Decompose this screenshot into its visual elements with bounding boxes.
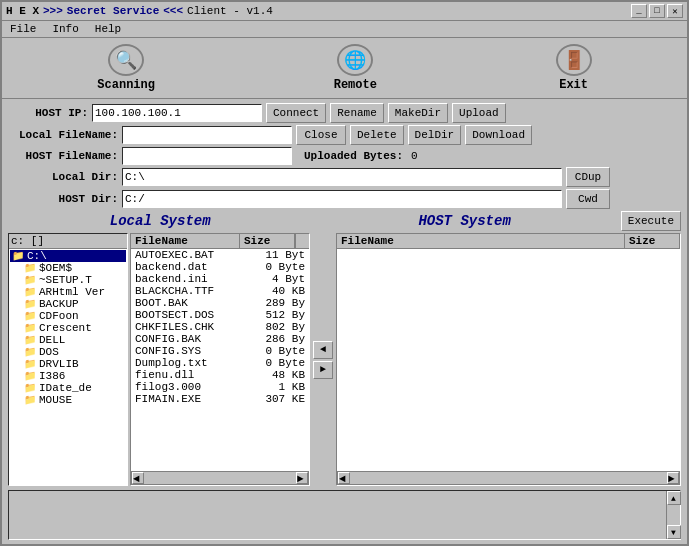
- log-scrollbar: ▲ ▼: [666, 491, 680, 539]
- close-button[interactable]: ✕: [667, 4, 683, 18]
- log-scroll-up[interactable]: ▲: [667, 491, 681, 505]
- tree-item[interactable]: 📁$OEM$: [10, 262, 126, 274]
- remote-button[interactable]: 🌐 Remote: [326, 42, 385, 94]
- list-item[interactable]: backend.dat0 Byte: [131, 261, 309, 273]
- remote-icon: 🌐: [337, 44, 373, 76]
- tree-item[interactable]: 📁C:\: [10, 250, 126, 262]
- folder-icon: 📁: [24, 274, 36, 286]
- tree-item-label: ARHtml Ver: [39, 286, 105, 298]
- file-name: CONFIG.BAK: [135, 333, 250, 345]
- file-name: FIMAIN.EXE: [135, 393, 250, 405]
- tree-item[interactable]: 📁ARHtml Ver: [10, 286, 126, 298]
- tree-content[interactable]: 📁C:\📁$OEM$📁~SETUP.T📁ARHtml Ver📁BACKUP📁CD…: [9, 249, 127, 485]
- tree-item[interactable]: 📁MOUSE: [10, 394, 126, 406]
- cdup-button[interactable]: CDup: [566, 167, 610, 187]
- title-bar-controls: _ □ ✕: [631, 4, 683, 18]
- menu-file[interactable]: File: [6, 22, 40, 36]
- log-scroll-down[interactable]: ▼: [667, 525, 681, 539]
- file-size: 40 KB: [250, 285, 305, 297]
- transfer-right-button[interactable]: ►: [313, 361, 333, 379]
- file-size: 286 By: [250, 333, 305, 345]
- local-scroll-header: [295, 234, 309, 248]
- drive-header: c: []: [9, 234, 127, 249]
- folder-icon: 📁: [24, 262, 36, 274]
- local-dir-input[interactable]: [122, 168, 562, 186]
- connect-button[interactable]: Connect: [266, 103, 326, 123]
- host-filename-input[interactable]: [122, 147, 292, 165]
- download-button[interactable]: Download: [465, 125, 532, 145]
- title-arrows2: <<<: [163, 5, 183, 17]
- delete-button[interactable]: Delete: [350, 125, 404, 145]
- local-scrollbar-h[interactable]: ◄ ►: [131, 471, 309, 485]
- list-item[interactable]: Dumplog.txt0 Byte: [131, 357, 309, 369]
- local-scroll-right[interactable]: ►: [296, 472, 308, 484]
- makedir-button[interactable]: MakeDir: [388, 103, 448, 123]
- file-size: 11 Byt: [250, 249, 305, 261]
- execute-button[interactable]: Execute: [621, 211, 681, 231]
- title-bar: H E X >>> Secret Service <<< Client - v1…: [2, 2, 687, 21]
- upload-button[interactable]: Upload: [452, 103, 506, 123]
- title-bar-left: H E X >>> Secret Service <<< Client - v1…: [6, 5, 273, 17]
- file-size: 512 By: [250, 309, 305, 321]
- host-ip-input[interactable]: [92, 104, 262, 122]
- menu-help[interactable]: Help: [91, 22, 125, 36]
- host-ip-row: HOST IP: Connect Rename MakeDir Upload: [8, 103, 681, 123]
- rename-button[interactable]: Rename: [330, 103, 384, 123]
- log-text: [9, 491, 666, 539]
- list-item[interactable]: CONFIG.BAK286 By: [131, 333, 309, 345]
- deldir-button[interactable]: DelDir: [408, 125, 462, 145]
- list-item[interactable]: CHKFILES.CHK802 By: [131, 321, 309, 333]
- maximize-button[interactable]: □: [649, 4, 665, 18]
- host-scroll-left[interactable]: ◄: [338, 472, 350, 484]
- tree-item[interactable]: 📁~SETUP.T: [10, 274, 126, 286]
- list-item[interactable]: BOOT.BAK289 By: [131, 297, 309, 309]
- scanning-button[interactable]: 🔍 Scanning: [89, 42, 163, 94]
- main-window: H E X >>> Secret Service <<< Client - v1…: [0, 0, 689, 546]
- tree-item[interactable]: 📁CDFoon: [10, 310, 126, 322]
- list-item[interactable]: fienu.dll48 KB: [131, 369, 309, 381]
- list-item[interactable]: filog3.0001 KB: [131, 381, 309, 393]
- host-scrollbar-h[interactable]: ◄ ►: [337, 471, 680, 485]
- bottom-log: ▲ ▼: [8, 490, 681, 540]
- exit-button[interactable]: 🚪 Exit: [548, 42, 600, 94]
- file-name: AUTOEXEC.BAT: [135, 249, 250, 261]
- host-dir-input[interactable]: [122, 190, 562, 208]
- list-item[interactable]: BLACKCHA.TTF40 KB: [131, 285, 309, 297]
- file-size: 307 KE: [250, 393, 305, 405]
- local-file-list: FileName Size AUTOEXEC.BAT11 Bytbackend.…: [130, 233, 310, 486]
- list-item[interactable]: BOOTSECT.DOS512 By: [131, 309, 309, 321]
- list-item[interactable]: CONFIG.SYS0 Byte: [131, 345, 309, 357]
- file-size: 0 Byte: [250, 261, 305, 273]
- list-item[interactable]: FIMAIN.EXE307 KE: [131, 393, 309, 405]
- tree-item[interactable]: 📁I386: [10, 370, 126, 382]
- host-file-list: FileName Size ◄ ►: [336, 233, 681, 486]
- minimize-button[interactable]: _: [631, 4, 647, 18]
- list-item[interactable]: AUTOEXEC.BAT11 Byt: [131, 249, 309, 261]
- tree-item[interactable]: 📁IDate_de: [10, 382, 126, 394]
- host-file-rows[interactable]: [337, 249, 680, 471]
- menu-info[interactable]: Info: [48, 22, 82, 36]
- panels-row: c: [] 📁C:\📁$OEM$📁~SETUP.T📁ARHtml Ver📁BAC…: [8, 233, 681, 486]
- menu-bar: File Info Help: [2, 21, 687, 38]
- list-item[interactable]: backend.ini4 Byt: [131, 273, 309, 285]
- transfer-left-button[interactable]: ◄: [313, 341, 333, 359]
- host-dir-row: HOST Dir: Cwd: [8, 189, 681, 209]
- file-name: BLACKCHA.TTF: [135, 285, 250, 297]
- host-filename-label: HOST FileName:: [8, 150, 118, 162]
- local-filename-label: Local FileName:: [8, 129, 118, 141]
- folder-icon: 📁: [24, 286, 36, 298]
- host-scroll-right[interactable]: ►: [667, 472, 679, 484]
- host-filename-row: HOST FileName: Uploaded Bytes: 0: [8, 147, 681, 165]
- local-scroll-left[interactable]: ◄: [132, 472, 144, 484]
- file-name: filog3.000: [135, 381, 250, 393]
- tree-item[interactable]: 📁Crescent: [10, 322, 126, 334]
- close-button[interactable]: Close: [296, 125, 346, 145]
- tree-item[interactable]: 📁DRVLIB: [10, 358, 126, 370]
- file-name: backend.ini: [135, 273, 250, 285]
- tree-item[interactable]: 📁BACKUP: [10, 298, 126, 310]
- local-file-rows[interactable]: AUTOEXEC.BAT11 Bytbackend.dat0 Bytebacke…: [131, 249, 309, 471]
- local-filename-input[interactable]: [122, 126, 292, 144]
- tree-item[interactable]: 📁DELL: [10, 334, 126, 346]
- cwd-button[interactable]: Cwd: [566, 189, 610, 209]
- tree-item[interactable]: 📁DOS: [10, 346, 126, 358]
